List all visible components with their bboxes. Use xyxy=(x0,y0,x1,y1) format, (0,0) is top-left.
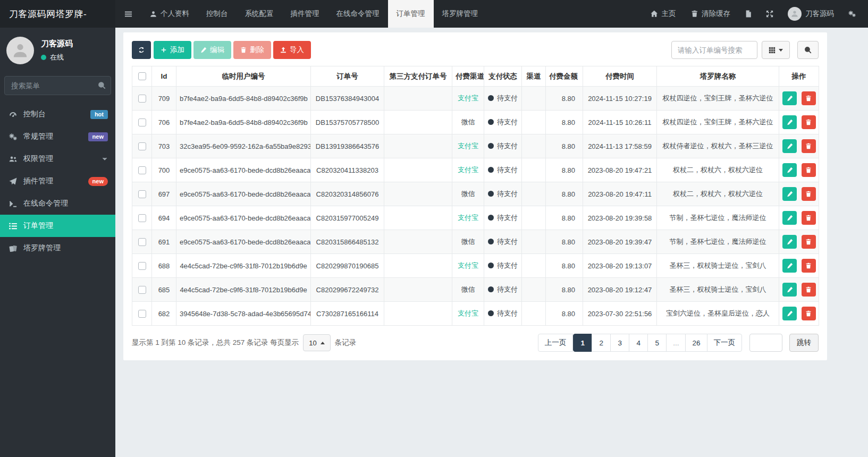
sidebar-menu-item-label: 常规管理 xyxy=(23,132,53,141)
row-delete-button[interactable] xyxy=(802,283,816,297)
cell-select xyxy=(132,302,152,326)
cell-user-no: 4e4c5cad-72be-c9f6-31f8-7012b19b6d9e xyxy=(176,254,311,278)
next-page-button[interactable]: 下一页 xyxy=(707,334,743,352)
pay-channel-link[interactable]: 微信 xyxy=(461,238,475,246)
page-button[interactable]: 3 xyxy=(610,334,629,352)
sidebar-menu-item[interactable]: 插件管理 new xyxy=(0,170,115,192)
cell-id: 691 xyxy=(152,230,176,254)
cell-pay-channel: 支付宝 xyxy=(452,254,484,278)
row-edit-button[interactable] xyxy=(782,283,797,297)
page-button[interactable]: 26 xyxy=(685,334,707,352)
clear-cache-link[interactable]: 清除缓存 xyxy=(684,0,738,28)
pay-channel-link[interactable]: 支付宝 xyxy=(458,142,478,150)
row-delete-button[interactable] xyxy=(802,211,816,225)
user-icon xyxy=(791,10,798,18)
prev-page-button[interactable]: 上一页 xyxy=(538,334,574,352)
sidebar-menu-item[interactable]: 塔罗牌管理 xyxy=(0,237,115,259)
row-delete-button[interactable] xyxy=(802,115,816,129)
page-button[interactable]: 4 xyxy=(629,334,648,352)
user-menu[interactable]: 刀客源码 xyxy=(780,0,841,28)
sidebar-search-input[interactable] xyxy=(4,76,111,95)
file-button[interactable] xyxy=(738,0,759,28)
jump-button[interactable]: 跳转 xyxy=(789,334,819,352)
pay-channel-link[interactable]: 微信 xyxy=(461,190,475,198)
row-checkbox[interactable] xyxy=(138,262,146,270)
edit-button[interactable]: 编辑 xyxy=(193,41,231,59)
sidebar-menu-item[interactable]: 在线命令管理 xyxy=(0,192,115,215)
row-edit-button[interactable] xyxy=(782,139,797,153)
column-header: Id xyxy=(152,66,176,87)
sidebar-menu-item[interactable]: 订单管理 xyxy=(0,215,115,237)
select-all-checkbox[interactable] xyxy=(138,72,146,80)
jump-page-input[interactable] xyxy=(749,334,782,352)
sidebar-menu-item[interactable]: 控制台 hot xyxy=(0,103,115,125)
row-checkbox[interactable] xyxy=(138,142,146,150)
row-delete-button[interactable] xyxy=(802,163,816,177)
pay-channel-link[interactable]: 微信 xyxy=(461,118,475,126)
sidebar-menu-item-label: 在线命令管理 xyxy=(23,199,68,208)
sidebar-menu-item[interactable]: 常规管理 new xyxy=(0,125,115,148)
row-delete-button[interactable] xyxy=(802,139,816,153)
status-dot xyxy=(488,286,494,292)
row-checkbox[interactable] xyxy=(138,119,146,126)
row-edit-button[interactable] xyxy=(782,235,797,249)
row-delete-button[interactable] xyxy=(802,259,816,273)
pay-channel-link[interactable]: 微信 xyxy=(461,285,475,293)
sidebar-toggle-icon[interactable] xyxy=(115,0,141,28)
order-search-input[interactable] xyxy=(671,41,757,59)
row-checkbox[interactable] xyxy=(138,190,146,198)
row-checkbox[interactable] xyxy=(138,286,146,294)
row-checkbox[interactable] xyxy=(138,95,146,103)
cell-user-no: 4e4c5cad-72be-c9f6-31f8-7012b19b6d9e xyxy=(176,278,311,302)
cell-channel xyxy=(522,182,546,206)
row-checkbox[interactable] xyxy=(138,310,146,318)
fullscreen-button[interactable] xyxy=(759,0,780,28)
pay-channel-link[interactable]: 支付宝 xyxy=(458,309,478,317)
page-size-select[interactable]: 10 xyxy=(303,334,330,351)
row-delete-button[interactable] xyxy=(802,187,816,201)
row-edit-button[interactable] xyxy=(782,163,797,177)
top-nav-item[interactable]: 在线命令管理 xyxy=(328,0,388,28)
search-button[interactable] xyxy=(797,41,819,59)
status-dot xyxy=(488,119,494,125)
top-nav-item[interactable]: 控制台 xyxy=(198,0,237,28)
row-delete-button[interactable] xyxy=(802,307,816,320)
import-button[interactable]: 导入 xyxy=(273,41,311,59)
pay-channel-link[interactable]: 支付宝 xyxy=(458,214,478,222)
page-ellipsis: ... xyxy=(666,334,686,352)
top-nav-item[interactable]: 系统配置 xyxy=(237,0,282,28)
cell-third-order-no xyxy=(384,206,452,230)
page-button[interactable]: 1 xyxy=(573,334,592,352)
row-edit-button[interactable] xyxy=(782,187,797,201)
row-delete-button[interactable] xyxy=(802,235,816,249)
home-link[interactable]: 主页 xyxy=(643,0,684,28)
top-nav-item[interactable]: 订单管理 xyxy=(388,0,434,28)
row-edit-button[interactable] xyxy=(782,259,797,273)
row-edit-button[interactable] xyxy=(782,307,797,320)
top-nav-item[interactable]: 个人资料 xyxy=(141,0,198,28)
columns-toggle-button[interactable] xyxy=(762,41,790,59)
delete-button[interactable]: 删除 xyxy=(233,41,271,59)
settings-button[interactable] xyxy=(841,0,863,28)
top-nav-item[interactable]: 插件管理 xyxy=(282,0,328,28)
pay-channel-link[interactable]: 支付宝 xyxy=(458,94,478,102)
pay-channel-link[interactable]: 支付宝 xyxy=(458,166,478,174)
search-icon[interactable] xyxy=(98,81,106,89)
refresh-button[interactable] xyxy=(132,41,151,59)
row-checkbox[interactable] xyxy=(138,166,146,174)
sidebar-menu-item[interactable]: 权限管理 xyxy=(0,148,115,170)
row-edit-button[interactable] xyxy=(782,91,797,105)
refresh-icon xyxy=(138,47,145,53)
pay-channel-link[interactable]: 支付宝 xyxy=(458,261,478,269)
row-checkbox[interactable] xyxy=(138,238,146,246)
row-edit-button[interactable] xyxy=(782,115,797,129)
table-header-row: Id临时用户编号订单号第三方支付订单号付费渠道支付状态渠道付费金额付费时间塔罗牌… xyxy=(132,66,819,87)
page-button[interactable]: 5 xyxy=(647,334,667,352)
cell-channel xyxy=(522,206,546,230)
add-button[interactable]: 添加 xyxy=(154,41,191,59)
row-checkbox[interactable] xyxy=(138,214,146,222)
row-edit-button[interactable] xyxy=(782,211,797,225)
page-button[interactable]: 2 xyxy=(592,334,611,352)
row-delete-button[interactable] xyxy=(802,91,816,105)
top-nav-item[interactable]: 塔罗牌管理 xyxy=(434,0,487,28)
